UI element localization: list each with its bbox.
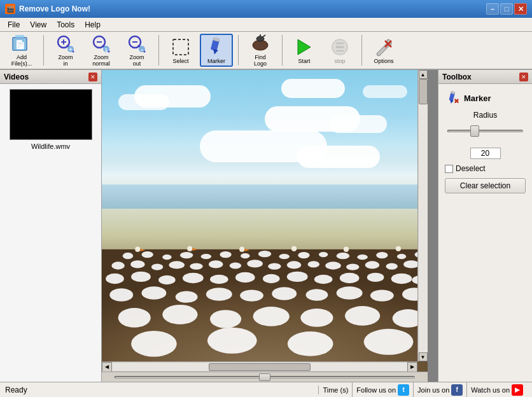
- svg-point-92: [210, 310, 241, 328]
- svg-point-66: [403, 261, 419, 268]
- cloud-8: [363, 85, 407, 98]
- svg-point-52: [130, 261, 145, 268]
- svg-point-78: [391, 274, 412, 284]
- canvas-area[interactable]: ▲ ▼ ◀ ▶: [102, 70, 438, 382]
- zoom-out-button[interactable]: - Zoomout: [120, 34, 153, 67]
- svg-point-94: [300, 309, 333, 327]
- h-scroll-track[interactable]: [112, 363, 407, 371]
- menu-file[interactable]: File: [3, 19, 25, 31]
- svg-line-26: [263, 35, 265, 37]
- svg-point-45: [319, 252, 328, 257]
- menu-view[interactable]: View: [25, 19, 52, 31]
- scroll-right-button[interactable]: ▶: [407, 362, 417, 372]
- watch-section[interactable]: Watch us on ▶: [467, 382, 527, 398]
- marker-tool-label: Marker: [464, 94, 491, 103]
- scroll-up-button[interactable]: ▲: [419, 70, 428, 79]
- svg-point-65: [386, 263, 397, 270]
- title-bar: 🎬 Remove Logo Now! – □ ✕: [0, 0, 532, 18]
- svg-point-35: [123, 253, 133, 259]
- svg-point-98: [207, 328, 257, 354]
- slider-thumb[interactable]: [470, 125, 479, 137]
- menu-bar: File View Tools Help: [0, 18, 532, 32]
- svg-text:1: 1: [105, 47, 108, 53]
- start-button[interactable]: Start: [288, 34, 321, 67]
- zoom-normal-label: Zoomnormal: [92, 55, 110, 67]
- svg-point-75: [314, 275, 333, 284]
- cloud-7: [297, 146, 380, 168]
- options-label: Options: [374, 58, 393, 64]
- zoom-in-button[interactable]: + Zoomin: [49, 34, 82, 67]
- options-button[interactable]: Options: [367, 34, 400, 67]
- toolbox-panel: Toolbox ✕ Marker Radius: [438, 70, 532, 382]
- svg-rect-11: [97, 41, 102, 43]
- svg-point-84: [240, 290, 263, 302]
- svg-point-58: [247, 260, 263, 268]
- svg-point-53: [151, 264, 163, 270]
- svg-point-103: [239, 247, 244, 252]
- stop-label: stop: [334, 58, 345, 64]
- menu-help[interactable]: Help: [80, 19, 106, 31]
- find-logo-button[interactable]: FindLogo: [244, 34, 277, 67]
- zoom-in-label: Zoomin: [58, 55, 73, 67]
- cloud-3: [281, 79, 345, 98]
- svg-text:-: -: [141, 45, 143, 53]
- marker-tool-row: Marker: [445, 90, 526, 106]
- horizontal-scrollbar[interactable]: ◀ ▶: [102, 361, 417, 372]
- svg-point-106: [396, 246, 401, 251]
- facebook-icon[interactable]: f: [451, 384, 463, 396]
- youtube-icon[interactable]: ▶: [512, 384, 523, 396]
- zoom-track[interactable]: [115, 373, 415, 382]
- separator-2: [158, 35, 159, 66]
- zoom-slider-area[interactable]: [102, 372, 428, 382]
- separator-3: [238, 35, 239, 66]
- svg-point-85: [272, 288, 297, 300]
- clear-selection-button[interactable]: Clear selection: [445, 178, 526, 193]
- zoom-slider-thumb[interactable]: [259, 373, 270, 381]
- twitter-icon[interactable]: t: [398, 384, 409, 396]
- svg-point-41: [241, 253, 249, 258]
- svg-point-47: [357, 254, 367, 260]
- h-scroll-thumb[interactable]: [209, 363, 311, 371]
- svg-point-63: [346, 264, 359, 270]
- vertical-scrollbar[interactable]: ▲ ▼: [417, 70, 428, 361]
- select-button[interactable]: Select: [164, 34, 197, 67]
- toolbox-content: Marker Radius 20 Deselect Clear selec: [438, 84, 532, 200]
- svg-point-67: [106, 274, 124, 284]
- minimize-button[interactable]: –: [486, 3, 499, 15]
- svg-point-43: [279, 254, 290, 259]
- stop-button[interactable]: stop: [323, 34, 356, 67]
- zoom-normal-button[interactable]: 1 Zoomnormal: [85, 34, 118, 67]
- status-right: Time (s) Follow us on t Join us on f Wat…: [319, 382, 527, 398]
- main-image: [102, 70, 428, 372]
- video-filename: Wildlife.wmv: [31, 143, 70, 150]
- marker-button[interactable]: Marker: [200, 34, 233, 67]
- svg-point-88: [370, 290, 394, 302]
- toolbox-header: Toolbox ✕: [438, 70, 532, 84]
- svg-point-37: [162, 254, 171, 260]
- v-scroll-thumb[interactable]: [419, 79, 428, 104]
- video-thumbnail[interactable]: [10, 89, 92, 140]
- status-text: Ready: [5, 386, 319, 394]
- image-container: ▲ ▼ ◀ ▶: [102, 70, 428, 372]
- toolbox-close-button[interactable]: ✕: [519, 73, 528, 81]
- scroll-down-button[interactable]: ▼: [419, 352, 428, 361]
- videos-close-button[interactable]: ✕: [88, 73, 97, 81]
- main-area: Videos ✕ Wildlife.wmv: [0, 70, 532, 382]
- cloud-5: [330, 115, 387, 133]
- radius-slider[interactable]: [447, 130, 523, 143]
- v-scroll-track[interactable]: [419, 79, 428, 352]
- maximize-button[interactable]: □: [500, 3, 513, 15]
- svg-point-40: [220, 251, 231, 258]
- deselect-checkbox[interactable]: [445, 165, 453, 173]
- close-button[interactable]: ✕: [514, 3, 527, 15]
- radius-value[interactable]: 20: [470, 148, 501, 159]
- svg-point-95: [345, 306, 380, 326]
- svg-point-51: [111, 262, 124, 270]
- menu-tools[interactable]: Tools: [52, 19, 80, 31]
- add-files-button[interactable]: 📄 AddFile(s)...: [5, 34, 38, 67]
- toolbox-title: Toolbox: [442, 73, 472, 81]
- scroll-left-button[interactable]: ◀: [102, 362, 112, 372]
- join-section[interactable]: Join us on f: [414, 382, 467, 398]
- marker-tool-icon: [445, 90, 460, 106]
- follow-section[interactable]: Follow us on t: [353, 382, 414, 398]
